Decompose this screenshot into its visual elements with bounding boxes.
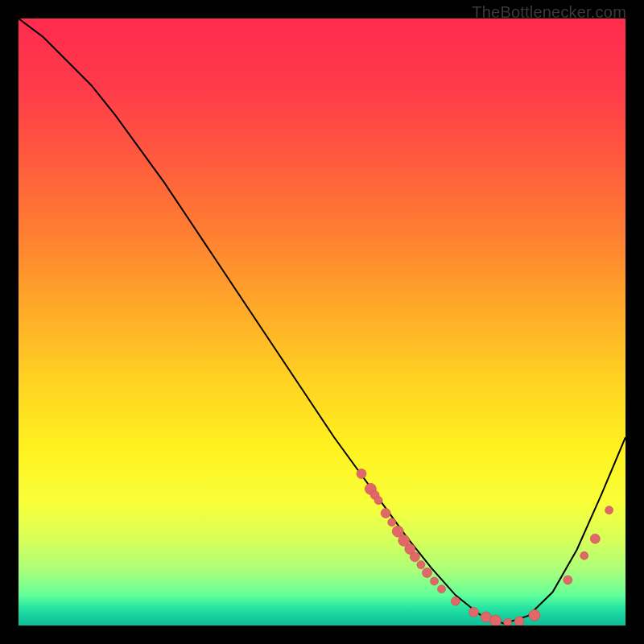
chart-svg — [19, 19, 625, 625]
data-point — [490, 615, 502, 625]
data-point — [410, 552, 419, 562]
data-point — [564, 576, 572, 584]
data-point — [451, 597, 460, 605]
chart-frame: TheBottlenecker.com — [0, 0, 644, 644]
data-point — [422, 568, 431, 577]
data-point — [381, 509, 390, 518]
data-point — [514, 617, 524, 625]
data-point — [590, 534, 600, 543]
brand-label: TheBottlenecker.com — [472, 3, 626, 22]
data-point — [580, 551, 588, 559]
data-point — [430, 577, 438, 585]
data-point — [469, 607, 479, 617]
data-point — [504, 618, 512, 625]
curve-line — [19, 19, 625, 624]
data-points — [357, 469, 613, 626]
data-point — [529, 609, 540, 621]
data-point — [388, 518, 396, 526]
data-point — [374, 497, 382, 505]
data-point — [438, 585, 446, 593]
plot-area — [19, 19, 625, 625]
data-point — [481, 612, 491, 622]
data-point — [417, 561, 425, 569]
data-point — [357, 469, 366, 479]
data-point — [605, 506, 613, 514]
